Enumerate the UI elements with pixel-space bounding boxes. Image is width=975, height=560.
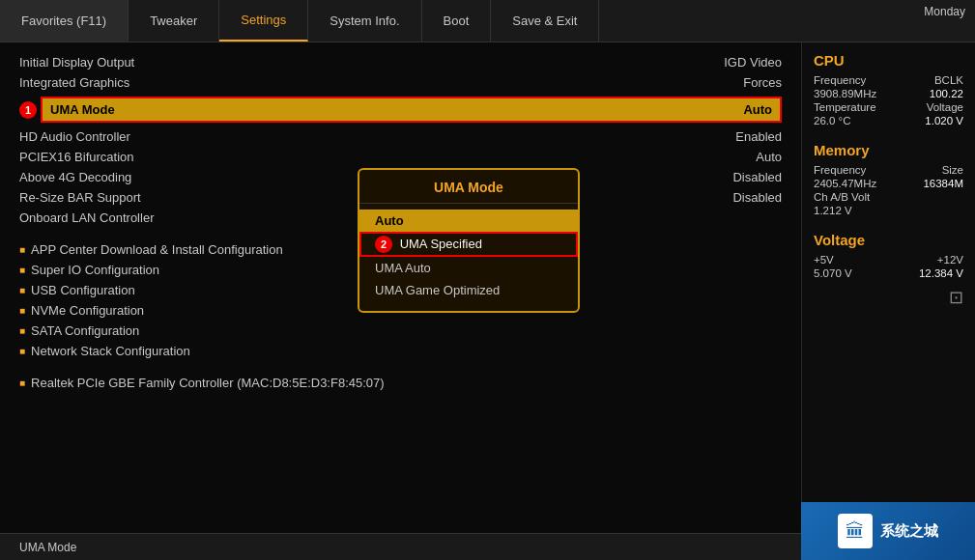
screenshot-icon-area: ⊡ bbox=[814, 287, 963, 308]
watermark-text: 系统之城 bbox=[880, 522, 938, 541]
cpu-freq-label: Frequency bbox=[814, 74, 866, 86]
mem-size-label: Size bbox=[942, 164, 963, 176]
uma-popup-title: UMA Mode bbox=[359, 180, 578, 204]
integrated-graphics-value: Forces bbox=[743, 75, 782, 90]
badge-1: 1 bbox=[19, 101, 37, 119]
mem-volt-val: 1.212 V bbox=[814, 205, 852, 216]
bullet-icon-1: ■ bbox=[19, 265, 25, 275]
watermark: 🏛 系统之城 bbox=[801, 502, 975, 560]
settings-row-hd-audio: HD Audio Controller Enabled bbox=[19, 126, 782, 147]
cpu-bclk-label: BCLK bbox=[934, 74, 963, 86]
mem-volt-label-row: Ch A/B Volt bbox=[814, 191, 963, 203]
12v-val: 12.384 V bbox=[919, 267, 963, 279]
onboard-lan-label: Onboard LAN Controller bbox=[19, 210, 154, 225]
bullet-icon-0: ■ bbox=[19, 244, 25, 255]
tab-sysinfo[interactable]: System Info. bbox=[308, 0, 421, 42]
above4g-value: Disabled bbox=[732, 170, 782, 184]
cpu-temp-label-row: Temperature Voltage bbox=[814, 101, 963, 113]
5v-val: 5.070 V bbox=[814, 267, 852, 279]
mem-ch-volt-label: Ch A/B Volt bbox=[814, 191, 870, 203]
initial-display-label: Initial Display Output bbox=[19, 55, 134, 70]
hd-audio-value: Enabled bbox=[735, 129, 782, 144]
cpu-temp-label: Temperature bbox=[814, 101, 876, 113]
cpu-temp-val-row: 26.0 °C 1.020 V bbox=[814, 115, 963, 126]
right-panel: CPU Frequency BCLK 3908.89MHz 100.22 Tem… bbox=[801, 42, 975, 560]
voltage-section-title: Voltage bbox=[814, 232, 963, 248]
bullet-item-5[interactable]: ■ Network Stack Configuration bbox=[19, 341, 782, 361]
above4g-label: Above 4G Decoding bbox=[19, 170, 131, 184]
uma-option-specified[interactable]: 2 UMA Specified bbox=[359, 232, 578, 257]
bullet-item-4[interactable]: ■ SATA Configuration bbox=[19, 321, 782, 341]
initial-display-value: IGD Video bbox=[724, 55, 782, 70]
tab-favorites[interactable]: Favorites (F11) bbox=[0, 0, 129, 42]
tab-tweaker[interactable]: Tweaker bbox=[129, 0, 219, 42]
settings-row-pciex16: PCIEX16 Bifurcation Auto bbox=[19, 147, 782, 167]
uma-option-auto[interactable]: Auto bbox=[359, 210, 578, 232]
integrated-graphics-label: Integrated Graphics bbox=[19, 75, 129, 90]
volt-label-row: +5V +12V bbox=[814, 254, 963, 266]
resize-bar-label: Re-Size BAR Support bbox=[19, 190, 141, 205]
pciex16-label: PCIEX16 Bifurcation bbox=[19, 150, 134, 164]
mac-item[interactable]: ■ Realtek PCIe GBE Family Controller (MA… bbox=[19, 373, 782, 393]
cpu-bclk-val: 100.22 bbox=[930, 88, 963, 99]
settings-row-integrated-graphics: Integrated Graphics Forces bbox=[19, 72, 782, 93]
mem-freq-label: Frequency bbox=[814, 164, 866, 176]
mem-size-val: 16384M bbox=[923, 178, 963, 189]
badge-2: 2 bbox=[375, 236, 392, 253]
mem-freq-val-row: 2405.47MHz 16384M bbox=[814, 178, 963, 189]
uma-mode-label: UMA Mode bbox=[50, 102, 115, 117]
cpu-freq-val: 3908.89MHz bbox=[814, 88, 876, 99]
tab-save-exit[interactable]: Save & Exit bbox=[491, 0, 599, 42]
cpu-volt-label: Voltage bbox=[927, 101, 963, 113]
cpu-volt-val: 1.020 V bbox=[925, 115, 963, 126]
hd-audio-label: HD Audio Controller bbox=[19, 129, 130, 144]
bullet-icon-4: ■ bbox=[19, 325, 25, 336]
mem-volt-val-row: 1.212 V bbox=[814, 205, 963, 216]
volt-val-row: 5.070 V 12.384 V bbox=[814, 267, 963, 279]
tab-settings[interactable]: Settings bbox=[219, 0, 308, 42]
settings-row-initial-display: Initial Display Output IGD Video bbox=[19, 52, 782, 72]
main-layout: Initial Display Output IGD Video Integra… bbox=[0, 42, 975, 560]
uma-option-game-optimized[interactable]: UMA Game Optimized bbox=[359, 279, 578, 301]
bullet-icon-2: ■ bbox=[19, 285, 25, 295]
day-label: Monday bbox=[924, 5, 965, 18]
watermark-icon: 🏛 bbox=[838, 514, 873, 548]
bottom-bar: UMA Mode bbox=[0, 533, 801, 560]
uma-mode-row[interactable]: UMA Mode Auto bbox=[41, 97, 782, 123]
cpu-section-title: CPU bbox=[814, 52, 963, 69]
bullet-icon-mac: ■ bbox=[19, 378, 25, 388]
cpu-temp-val: 26.0 °C bbox=[814, 115, 850, 126]
uma-mode-value: Auto bbox=[743, 102, 772, 117]
pciex16-value: Auto bbox=[756, 150, 782, 164]
5v-label: +5V bbox=[814, 254, 834, 266]
top-nav: Monday Favorites (F11) Tweaker Settings … bbox=[0, 0, 975, 42]
memory-section-title: Memory bbox=[814, 142, 963, 158]
resize-bar-value: Disabled bbox=[732, 190, 782, 205]
bottom-bar-label: UMA Mode bbox=[19, 541, 76, 554]
mem-freq-val: 2405.47MHz bbox=[814, 178, 876, 189]
tab-boot[interactable]: Boot bbox=[422, 0, 492, 42]
12v-label: +12V bbox=[937, 254, 963, 266]
screenshot-icon[interactable]: ⊡ bbox=[949, 288, 963, 307]
uma-option-uma-auto[interactable]: UMA Auto bbox=[359, 257, 578, 279]
bullet-icon-3: ■ bbox=[19, 305, 25, 316]
cpu-freq-val-row: 3908.89MHz 100.22 bbox=[814, 88, 963, 99]
cpu-freq-label-row: Frequency BCLK bbox=[814, 74, 963, 86]
left-panel: Initial Display Output IGD Video Integra… bbox=[0, 42, 801, 560]
mem-freq-label-row: Frequency Size bbox=[814, 164, 963, 176]
uma-mode-container: 1 UMA Mode Auto bbox=[19, 95, 782, 125]
bullet-icon-5: ■ bbox=[19, 346, 25, 356]
uma-popup: UMA Mode Auto 2 UMA Specified UMA Auto U… bbox=[358, 168, 580, 313]
